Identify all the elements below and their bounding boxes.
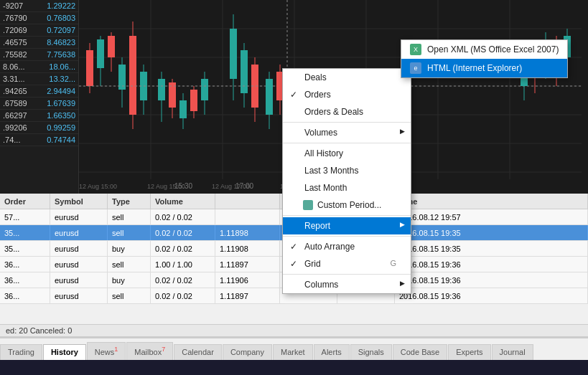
col-header-symbol: Symbol (50, 194, 108, 209)
menu-report[interactable]: Report (283, 217, 411, 234)
tab-journal[interactable]: Journal (492, 344, 533, 360)
cell-time: 2016.08.12 19:57 (395, 209, 588, 224)
menu-separator (283, 274, 411, 275)
cell-volume: 0.02 / 0.02 (151, 225, 215, 240)
menu-last-3-months[interactable]: Last 3 Months (283, 162, 411, 179)
price-row: .675891.67639 (0, 98, 78, 110)
svg-rect-33 (201, 79, 208, 100)
cell-type: sell (108, 225, 151, 240)
excel-icon: X (410, 44, 421, 55)
menu-deals[interactable]: Deals (283, 69, 411, 86)
status-bar: ed: 20 Canceled: 0 (0, 324, 588, 337)
menu-volumes[interactable]: Volumes (283, 124, 411, 141)
context-menu: Deals Orders Orders & Deals Volumes All … (282, 68, 411, 294)
cell-volume: 1.00 / 1.00 (151, 257, 215, 272)
cell-symbol: eurusd (50, 288, 108, 303)
svg-rect-15 (97, 39, 104, 68)
svg-text:12 Aug 17:00: 12 Aug 17:00 (212, 183, 250, 190)
col-header-type: Type (108, 194, 151, 209)
menu-custom-period[interactable]: Custom Period... (283, 196, 411, 214)
cell-type: sell (108, 288, 151, 303)
menu-separator (283, 143, 411, 143)
ie-icon: e (410, 62, 421, 74)
tab-signals[interactable]: Signals (350, 344, 392, 360)
cell-order: 57... (0, 209, 50, 224)
price-row: .465758.46823 (0, 37, 78, 49)
cell-price: 1.11897 (215, 288, 280, 303)
tab-market[interactable]: Market (273, 344, 313, 360)
cell-symbol: eurusd (50, 272, 108, 288)
cell-symbol: eurusd (50, 209, 108, 224)
col-header-volume: Volume (151, 194, 215, 209)
price-row: .992060.99259 (0, 122, 78, 134)
price-row: .662971.66350 (0, 110, 78, 122)
svg-text:12 Aug 15:00: 12 Aug 15:00 (79, 183, 117, 190)
tab-news[interactable]: News1 (87, 342, 126, 360)
menu-separator (283, 215, 411, 216)
tab-trading[interactable]: Trading (0, 344, 42, 360)
menu-columns[interactable]: Columns (283, 276, 411, 293)
svg-rect-37 (241, 50, 248, 93)
cell-order: 36... (0, 257, 50, 272)
tab-calendar[interactable]: Calendar (174, 344, 222, 360)
menu-last-month[interactable]: Last Month (283, 179, 411, 196)
svg-rect-25 (158, 79, 165, 100)
custom-period-icon (303, 200, 313, 210)
cell-type: buy (108, 241, 151, 256)
price-row: .755827.75638 (0, 49, 78, 61)
svg-rect-29 (179, 100, 187, 118)
col-header-time: Time (395, 194, 588, 209)
menu-separator (283, 236, 411, 237)
cell-time: 2016.08.15 19:35 (395, 241, 588, 256)
submenu-html[interactable]: e HTML (Internet Explorer) (401, 59, 567, 77)
cell-price: 1.11908 (215, 241, 280, 256)
svg-rect-17 (108, 36, 115, 57)
menu-separator (283, 122, 411, 123)
menu-all-history[interactable]: All History (283, 145, 411, 162)
cell-order: 35... (0, 225, 50, 240)
tab-codebase[interactable]: Code Base (393, 344, 447, 360)
cell-volume: 0.02 / 0.02 (151, 241, 215, 256)
cell-type: buy (108, 272, 151, 288)
col-header-order: Order (0, 194, 50, 209)
cell-order: 36... (0, 288, 50, 303)
svg-rect-21 (129, 36, 136, 115)
cell-volume: 0.02 / 0.02 (151, 288, 215, 303)
tab-history[interactable]: History (43, 344, 86, 360)
cell-price: 1.11898 (215, 225, 280, 240)
cell-type: sell (108, 209, 151, 224)
price-row: .720690.72097 (0, 24, 78, 37)
price-row: .74...0.74744 (0, 134, 78, 146)
menu-grid[interactable]: Grid G (283, 255, 411, 272)
price-row: -92071.29222 (0, 0, 78, 12)
cell-symbol: eurusd (50, 241, 108, 256)
tab-experts[interactable]: Experts (448, 344, 490, 360)
cell-type: sell (108, 257, 151, 272)
price-row: .767900.76803 (0, 12, 78, 24)
cell-order: 35... (0, 241, 50, 256)
price-panel: -92071.29222 .767900.76803 .720690.72097… (0, 0, 79, 194)
svg-rect-44 (266, 79, 273, 115)
bottom-tabs: Trading History News1 Mailbox7 Calendar … (0, 337, 588, 360)
menu-orders-deals[interactable]: Orders & Deals (283, 103, 411, 120)
status-text: ed: 20 Canceled: 0 (6, 326, 72, 335)
svg-text:12 Aug 15:00: 12 Aug 15:00 (147, 183, 185, 190)
cell-price (215, 209, 280, 224)
cell-time: 2016.08.15 19:36 (395, 272, 588, 288)
cell-time: 2016.08.15 19:35 (395, 225, 588, 240)
svg-rect-35 (230, 29, 237, 79)
cell-price: 1.11906 (215, 272, 280, 288)
col-header-price (215, 194, 280, 209)
cell-order: 36... (0, 272, 50, 288)
cell-volume: 0.02 / 0.02 (151, 209, 215, 224)
cell-time: 2016.08.15 19:36 (395, 288, 588, 303)
menu-orders[interactable]: Orders (283, 86, 411, 103)
menu-auto-arrange[interactable]: Auto Arrange (283, 238, 411, 255)
svg-rect-31 (190, 90, 197, 111)
tab-mailbox[interactable]: Mailbox7 (126, 342, 173, 360)
submenu-open-xml[interactable]: X Open XML (MS Office Excel 2007) (401, 40, 567, 59)
price-row: .942652.94494 (0, 85, 78, 98)
tab-alerts[interactable]: Alerts (314, 344, 350, 360)
report-submenu: X Open XML (MS Office Excel 2007) e HTML… (401, 39, 568, 78)
tab-company[interactable]: Company (223, 344, 272, 360)
